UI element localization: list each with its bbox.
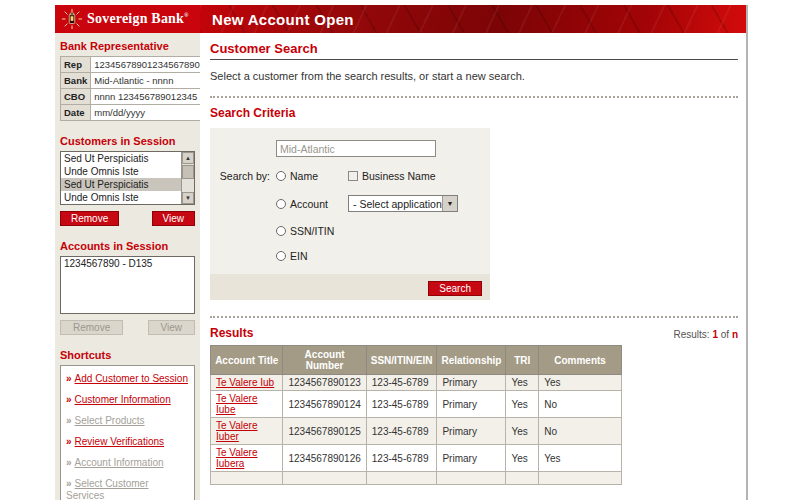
list-item[interactable]: Sed Ut Perspiciatis xyxy=(61,178,181,191)
shortcut-link-label[interactable]: Customer Information xyxy=(75,394,171,405)
chevron-down-icon[interactable]: ▼ xyxy=(442,196,457,211)
results-cell: 123-45-6789 xyxy=(366,375,437,391)
results-cell: 123-45-6789 xyxy=(366,391,437,418)
results-cell xyxy=(539,472,622,485)
results-column-header: Comments xyxy=(539,346,622,375)
results-cell: Te Valere Iubera xyxy=(211,445,283,472)
shortcut-link-label: Select Products xyxy=(75,415,145,426)
results-cell xyxy=(211,472,283,485)
business-name-checkbox[interactable] xyxy=(348,171,358,181)
list-item[interactable]: 1234567890 - D135 xyxy=(61,257,194,270)
results-cell xyxy=(366,472,437,485)
shortcut-link-label[interactable]: Review Verifications xyxy=(75,436,164,447)
chevron-double-icon: » xyxy=(66,457,72,468)
list-item[interactable]: Unde Omnis Iste xyxy=(61,165,181,178)
results-table: Account TitleAccount NumberSSN/ITIN/EINR… xyxy=(210,345,622,485)
shortcut-link-label: Account Information xyxy=(75,457,164,468)
search-criteria-heading: Search Criteria xyxy=(210,106,738,120)
account-title-link[interactable]: Te Valere Iubera xyxy=(216,447,258,469)
radio-account-label: Account xyxy=(290,198,328,210)
accounts-remove-button: Remove xyxy=(60,320,123,335)
search-button[interactable]: Search xyxy=(428,281,482,296)
bank-rep-row: Rep12345678901234567890 xyxy=(61,57,204,73)
radio-ssn-itin-label: SSN/ITIN xyxy=(290,225,334,237)
results-cell: 123-45-6789 xyxy=(366,445,437,472)
shortcut-link-label[interactable]: Add Customer to Session xyxy=(75,373,188,384)
chevron-double-icon: » xyxy=(66,373,72,384)
page-title: Customer Search xyxy=(210,41,738,60)
results-column-header: SSN/ITIN/EIN xyxy=(366,346,437,375)
bank-rep-field-value: nnnn 123456789012345 xyxy=(91,89,204,105)
results-cell: No xyxy=(539,418,622,445)
results-cell xyxy=(506,472,539,485)
results-table-row: Te Valere Iub1234567890123123-45-6789Pri… xyxy=(211,375,622,391)
results-cell: Yes xyxy=(506,418,539,445)
results-cell: Primary xyxy=(437,375,506,391)
radio-name[interactable] xyxy=(276,171,286,181)
account-title-link[interactable]: Te Valere Iube xyxy=(216,393,258,415)
bank-rep-field-label: Rep xyxy=(61,57,91,73)
business-name-label: Business Name xyxy=(362,170,436,182)
lantern-logo-icon xyxy=(61,8,83,30)
chevron-double-icon: » xyxy=(66,436,72,447)
bank-representative-heading: Bank Representative xyxy=(60,40,195,52)
radio-name-label: Name xyxy=(290,170,318,182)
results-column-header: Account Number xyxy=(283,346,366,375)
results-column-header: Account Title xyxy=(211,346,283,375)
results-cell xyxy=(437,472,506,485)
list-item[interactable]: Unde Omnis Iste xyxy=(61,191,181,204)
app-header: Sovereign Bank® New Account Open xyxy=(55,5,746,33)
customers-view-button[interactable]: View xyxy=(152,211,196,226)
results-cell: Te Valere Iuber xyxy=(211,418,283,445)
customers-in-session-heading: Customers in Session xyxy=(60,135,195,147)
page-header-title: New Account Open xyxy=(212,11,354,28)
shortcut-link-label: Select Customer Services xyxy=(66,478,148,500)
search-criteria-panel: Search by: Name Business Name Account xyxy=(210,128,490,300)
radio-account[interactable] xyxy=(276,199,286,209)
list-item[interactable]: Sed Ut Perspiciatis xyxy=(61,152,181,165)
application-select[interactable]: - Select application - ▼ xyxy=(348,195,458,212)
shortcut-add-customer-to-session[interactable]: »Add Customer to Session xyxy=(66,373,189,385)
brand-logo: Sovereign Bank® xyxy=(55,5,200,33)
scroll-down-icon[interactable]: ▼ xyxy=(182,192,194,204)
account-title-link[interactable]: Te Valere Iuber xyxy=(216,420,258,442)
intro-text: Select a customer from the search result… xyxy=(210,70,738,82)
application-select-value: - Select application - xyxy=(349,198,442,210)
accounts-in-session-heading: Accounts in Session xyxy=(60,240,195,252)
shortcut-review-verifications[interactable]: »Review Verifications xyxy=(66,436,189,448)
results-cell: Primary xyxy=(437,391,506,418)
shortcut-customer-information[interactable]: »Customer Information xyxy=(66,394,189,406)
search-by-label: Search by: xyxy=(218,170,276,182)
results-heading: Results xyxy=(210,326,253,340)
results-cell: 1234567890124 xyxy=(283,391,366,418)
radio-ein-label: EIN xyxy=(290,250,308,262)
results-cell: 123-45-6789 xyxy=(366,418,437,445)
shortcut-account-information: »Account Information xyxy=(66,457,189,469)
results-cell: Te Valere Iube xyxy=(211,391,283,418)
results-cell xyxy=(283,472,366,485)
chevron-double-icon: » xyxy=(66,478,72,489)
bank-rep-row: BankMid-Atlantic - nnnn xyxy=(61,73,204,89)
accounts-view-button: View xyxy=(148,320,196,335)
scroll-up-icon[interactable]: ▲ xyxy=(182,152,194,164)
customers-remove-button[interactable]: Remove xyxy=(60,211,119,226)
listbox-scrollbar[interactable]: ▲ ▼ xyxy=(181,152,194,204)
accounts-in-session-listbox[interactable]: 1234567890 - D135 xyxy=(60,256,195,314)
radio-ein[interactable] xyxy=(276,251,286,261)
customers-in-session-listbox[interactable]: Sed Ut PerspiciatisUnde Omnis IsteSed Ut… xyxy=(60,151,195,205)
header-title-bar: New Account Open xyxy=(200,5,746,33)
account-title-link[interactable]: Te Valere Iub xyxy=(216,377,274,388)
results-summary: Results: 1 of n xyxy=(674,329,738,340)
shortcut-select-products: »Select Products xyxy=(66,415,189,427)
scrollbar-thumb[interactable] xyxy=(182,165,194,179)
bank-rep-field-label: CBO xyxy=(61,89,91,105)
results-table-row: Te Valere Iubera1234567890126123-45-6789… xyxy=(211,445,622,472)
chevron-double-icon: » xyxy=(66,394,72,405)
results-table-row: Te Valere Iuber1234567890125123-45-6789P… xyxy=(211,418,622,445)
keyword-input[interactable] xyxy=(276,140,436,157)
radio-ssn-itin[interactable] xyxy=(276,226,286,236)
chevron-double-icon: » xyxy=(66,415,72,426)
shortcuts-heading: Shortcuts xyxy=(60,349,195,361)
main-content: Customer Search Select a customer from t… xyxy=(200,33,746,500)
results-column-header: Relationship xyxy=(437,346,506,375)
